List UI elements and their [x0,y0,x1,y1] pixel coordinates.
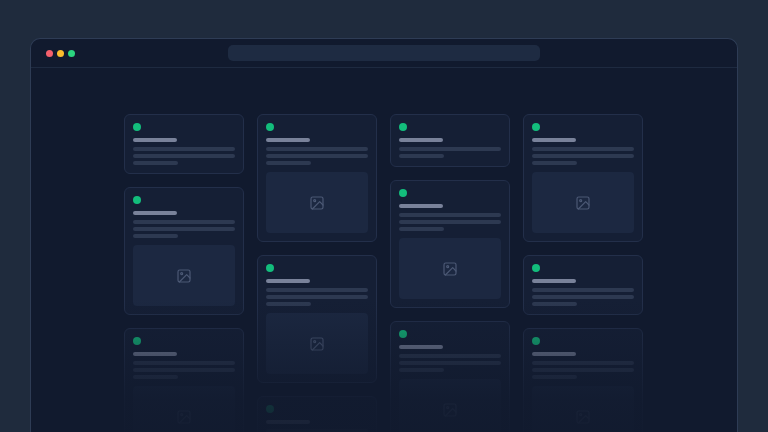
skeleton-text-line [532,288,634,292]
skeleton-title-line [532,352,576,356]
skeleton-title-line [399,204,443,208]
card-column-1 [124,114,244,432]
status-dot [532,264,540,272]
image-icon [176,268,192,284]
skeleton-title-line [399,345,443,349]
skeleton-text-line [266,302,311,306]
window-controls [46,39,75,67]
skeleton-text-line [532,361,634,365]
status-dot [532,123,540,131]
status-dot [532,337,540,345]
skeleton-text-line [133,147,235,151]
skeleton-text-line [532,154,634,158]
skeleton-text-line [266,154,368,158]
feed-card[interactable] [124,114,244,174]
feed-card[interactable] [390,321,510,432]
skeleton-text-line [399,154,444,158]
image-placeholder [399,379,501,432]
skeleton-text-line [399,213,501,217]
skeleton-text-line [532,375,577,379]
image-placeholder [532,386,634,432]
skeleton-text-line [133,161,178,165]
status-dot [266,264,274,272]
address-bar[interactable] [228,45,540,61]
feed-card[interactable] [523,255,643,315]
skeleton-text-line [532,368,634,372]
skeleton-text-line [133,227,235,231]
feed-card[interactable] [523,114,643,242]
status-dot [133,123,141,131]
skeleton-text-line [266,288,368,292]
image-icon [575,195,591,211]
status-dot [399,330,407,338]
card-column-2 [257,114,377,432]
feed-card[interactable] [523,328,643,432]
image-placeholder [133,245,235,306]
browser-window [30,38,738,432]
image-icon [309,195,325,211]
image-placeholder [399,238,501,299]
status-dot [266,123,274,131]
skeleton-text-line [399,354,501,358]
status-dot [133,196,141,204]
skeleton-text-line [399,147,501,151]
skeleton-text-line [133,154,235,158]
skeleton-title-line [266,420,310,424]
skeleton-text-line [532,302,577,306]
feed-card[interactable] [257,114,377,242]
image-icon [442,261,458,277]
card-grid [124,68,644,432]
close-button[interactable] [46,50,53,57]
skeleton-text-line [399,361,501,365]
card-column-4 [523,114,643,432]
skeleton-title-line [399,138,443,142]
skeleton-text-line [133,361,235,365]
skeleton-text-line [133,220,235,224]
skeleton-text-line [266,161,311,165]
feed-card[interactable] [390,114,510,167]
feed-card[interactable] [124,187,244,315]
maximize-button[interactable] [68,50,75,57]
skeleton-title-line [266,138,310,142]
skeleton-text-line [399,220,501,224]
status-dot [266,405,274,413]
skeleton-title-line [133,352,177,356]
feed-card[interactable] [124,328,244,432]
skeleton-text-line [399,368,444,372]
image-icon [575,409,591,425]
card-column-3 [390,114,510,432]
skeleton-text-line [532,147,634,151]
minimize-button[interactable] [57,50,64,57]
desktop-background [0,0,768,432]
image-placeholder [266,172,368,233]
feed-card[interactable] [257,396,377,432]
skeleton-title-line [266,279,310,283]
skeleton-title-line [532,279,576,283]
feed-card[interactable] [390,180,510,308]
skeleton-title-line [133,211,177,215]
image-placeholder [133,386,235,432]
image-placeholder [266,313,368,374]
skeleton-title-line [133,138,177,142]
image-placeholder [532,172,634,233]
skeleton-text-line [399,227,444,231]
status-dot [133,337,141,345]
image-icon [309,336,325,352]
status-dot [399,189,407,197]
skeleton-title-line [532,138,576,142]
skeleton-text-line [266,295,368,299]
image-icon [176,409,192,425]
browser-titlebar [31,39,737,68]
feed-card[interactable] [257,255,377,383]
skeleton-text-line [133,234,178,238]
skeleton-text-line [266,147,368,151]
status-dot [399,123,407,131]
skeleton-text-line [532,295,634,299]
skeleton-text-line [532,161,577,165]
skeleton-text-line [133,375,178,379]
skeleton-text-line [133,368,235,372]
image-icon [442,402,458,418]
